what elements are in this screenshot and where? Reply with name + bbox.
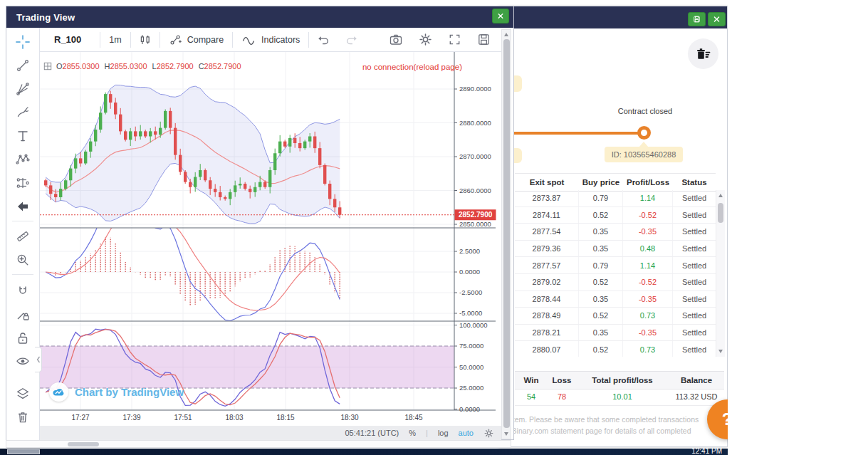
low-value: 2852.7900 — [157, 62, 194, 70]
close-label: C — [199, 62, 204, 70]
indicators-button[interactable]: Indicators — [233, 28, 308, 51]
compare-button[interactable]: Compare — [160, 28, 232, 51]
auto-scale-button[interactable]: auto — [459, 429, 474, 437]
table-row[interactable]: 2877.540.35-0.35Settled — [515, 224, 716, 241]
table-scrollbar-thumb[interactable] — [718, 203, 723, 223]
indicators-label: Indicators — [261, 35, 300, 45]
window-scrollbar[interactable] — [501, 29, 511, 439]
svg-text:2.5000: 2.5000 — [459, 247, 480, 255]
table-row[interactable]: 2874.110.52-0.52Settled — [515, 207, 716, 224]
scroll-up-arrow[interactable] — [718, 194, 723, 197]
table-row[interactable]: 2878.210.35-0.35Settled — [515, 325, 716, 342]
window-scrollbar-thumb[interactable] — [503, 39, 510, 428]
table-scrollbar[interactable] — [716, 190, 725, 357]
redo-button[interactable] — [338, 28, 366, 51]
forecast-tool[interactable] — [12, 173, 33, 193]
exit-spot-cell: 2874.11 — [515, 207, 579, 224]
panel-save-button[interactable] — [688, 12, 706, 26]
svg-text:-2.5000: -2.5000 — [459, 288, 482, 296]
profit-loss-cell: -0.35 — [623, 224, 673, 240]
brush-icon — [15, 105, 31, 120]
screenshot-button[interactable] — [381, 32, 411, 48]
eye-icon — [15, 353, 31, 369]
taskbar-start-button[interactable] — [7, 449, 40, 454]
table-row[interactable]: 2878.440.35-0.35Settled — [515, 291, 716, 308]
tradingview-watermark: Chart by TradingView — [49, 382, 184, 402]
summary-header: Win Loss Total profit/loss Balance — [515, 371, 724, 389]
table-row[interactable]: 2879.360.350.48Settled — [515, 241, 716, 258]
horizontal-scrollbar[interactable] — [6, 440, 511, 448]
profit-loss-cell: -0.52 — [623, 274, 673, 291]
zoom-in-tool[interactable] — [12, 250, 33, 270]
measure-tool[interactable] — [12, 226, 33, 246]
svg-text:17:39: 17:39 — [122, 414, 140, 422]
window-titlebar[interactable]: Trading View — [6, 6, 513, 28]
chart-settings-button[interactable] — [411, 32, 440, 47]
lock-all-tool[interactable] — [12, 328, 33, 348]
svg-text:0.0000: 0.0000 — [459, 268, 480, 276]
grid-plus-icon — [43, 62, 52, 70]
magnet-tool[interactable] — [12, 281, 33, 301]
object-tree-tool[interactable] — [12, 384, 33, 404]
high-value: 2855.0300 — [110, 62, 147, 70]
gear-icon[interactable] — [483, 428, 494, 439]
undo-icon — [316, 33, 330, 47]
status-cell: Settled — [673, 190, 716, 206]
contract-progress-marker[interactable] — [637, 126, 651, 140]
interval-button[interactable]: 1m — [100, 28, 130, 51]
remove-drawings-tool[interactable] — [12, 407, 33, 427]
pattern-tool[interactable] — [12, 150, 33, 169]
exit-spot-cell: 2879.02 — [515, 274, 579, 291]
hide-all-tool[interactable] — [12, 351, 33, 371]
fullscreen-button[interactable] — [440, 32, 469, 47]
gear-icon — [418, 32, 433, 47]
profit-loss-cell: -0.35 — [623, 325, 673, 341]
horizontal-scrollbar-thumb[interactable] — [68, 442, 99, 446]
symbol-button[interactable]: R_100 — [40, 34, 100, 45]
crosshair-tool[interactable] — [12, 32, 33, 52]
status-cell: Settled — [673, 291, 716, 308]
percent-scale-button[interactable]: % — [409, 429, 416, 437]
scroll-down-arrow[interactable] — [504, 432, 508, 436]
col-buy-price: Buy price — [579, 178, 623, 187]
panel-close-button[interactable] — [708, 12, 726, 26]
status-cell: Settled — [673, 308, 716, 324]
clear-contracts-button[interactable] — [688, 38, 718, 69]
profit-loss-cell: 1.14 — [623, 257, 673, 273]
scroll-up-arrow[interactable] — [504, 33, 508, 36]
gann-fib-tool[interactable] — [12, 79, 33, 99]
window-close-button[interactable] — [492, 9, 509, 23]
table-row[interactable]: 2880.070.520.73Settled — [515, 341, 716, 357]
screen-edge — [728, 0, 868, 455]
close-value: 2852.7900 — [204, 62, 241, 70]
table-row[interactable]: 2878.490.520.73Settled — [515, 308, 716, 325]
trash-icon — [15, 409, 31, 425]
collapse-toolbar-tab[interactable] — [35, 347, 42, 372]
log-scale-button[interactable]: log — [438, 429, 449, 437]
taskbar-clock: 12:41 PM — [691, 447, 722, 455]
drawing-mode-tool[interactable] — [12, 305, 33, 325]
col-loss: Loss — [548, 376, 576, 385]
buy-price-cell: 0.52 — [579, 308, 623, 324]
undo-button[interactable] — [309, 28, 338, 51]
save-layout-button[interactable] — [469, 32, 501, 47]
trend-line-tool[interactable] — [12, 56, 33, 75]
exit-spot-cell: 2880.07 — [515, 341, 579, 357]
price-chart[interactable]: 2890.00002880.00002870.00002860.00002850… — [40, 52, 501, 426]
table-row[interactable]: 2877.570.791.14Settled — [515, 257, 716, 274]
arrow-tool[interactable] — [12, 197, 33, 216]
svg-text:2880.0000: 2880.0000 — [459, 119, 491, 127]
chevron-left-icon — [36, 356, 41, 363]
text-tool[interactable] — [12, 126, 33, 146]
svg-text:17:51: 17:51 — [174, 414, 192, 422]
status-cell: Settled — [673, 325, 716, 341]
candle-style-button[interactable] — [131, 28, 160, 51]
brush-tool[interactable] — [12, 103, 33, 122]
scroll-down-arrow[interactable] — [718, 350, 723, 353]
table-row[interactable]: 2879.020.52-0.52Settled — [515, 274, 716, 291]
table-row[interactable]: 2873.870.791.14Settled — [515, 190, 716, 207]
statusbar-divider: | — [426, 429, 428, 437]
taskbar[interactable]: 12:41 PM — [0, 449, 728, 455]
screen: Contract closed ID: 103565460288 Exit sp… — [0, 0, 868, 455]
loss-count: 78 — [548, 392, 576, 401]
